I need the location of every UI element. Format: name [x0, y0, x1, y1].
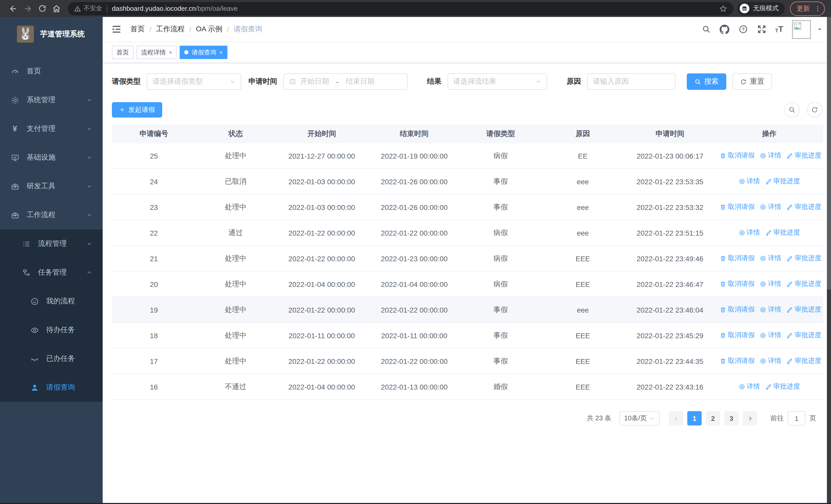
search-button[interactable]: 搜索 — [687, 73, 726, 90]
page-button-3[interactable]: 3 — [724, 411, 739, 425]
incognito-icon — [740, 4, 749, 13]
goto-label: 前往 — [770, 414, 784, 423]
font-size-icon[interactable]: TT — [775, 25, 783, 33]
incognito-label: 无痕模式 — [753, 4, 779, 13]
trash-icon — [720, 306, 726, 313]
page-button-2[interactable]: 2 — [706, 411, 720, 425]
detail-link[interactable]: 详情 — [738, 382, 760, 391]
edit-icon — [786, 332, 793, 339]
svg-text:?: ? — [742, 27, 745, 32]
progress-link[interactable]: 审批进度 — [786, 279, 822, 289]
viewIcon-icon — [760, 332, 767, 339]
breadcrumb-item[interactable]: OA 示例 — [196, 25, 223, 34]
progress-link[interactable]: 审批进度 — [786, 151, 822, 160]
table-cell: 22 — [112, 220, 196, 245]
sidebar-item-已办任务[interactable]: 已办任务 — [0, 345, 103, 373]
apply-time-range-picker[interactable]: 开始日期 - 结束日期 — [283, 73, 407, 90]
show-search-button[interactable] — [784, 102, 800, 118]
sidebar-item-请假查询[interactable]: 请假查询 — [0, 373, 103, 402]
sidebar-item-我的流程[interactable]: 我的流程 — [0, 287, 103, 316]
breadcrumb-item[interactable]: 工作流程 — [156, 25, 185, 34]
browser-menu-icon[interactable] — [814, 5, 821, 12]
page-scrollbar[interactable] — [827, 17, 831, 504]
tab-请假查询[interactable]: 请假查询× — [180, 46, 227, 59]
sidebar-item-支付管理[interactable]: ¥支付管理 — [0, 114, 103, 143]
cancel-leave-link[interactable]: 取消请假 — [720, 279, 755, 289]
close-icon[interactable]: × — [169, 49, 172, 55]
goto-page-input[interactable]: 1 — [788, 411, 805, 425]
tab-首页[interactable]: 首页 — [112, 46, 134, 59]
page-button-1[interactable]: 1 — [687, 411, 701, 425]
sidebar-item-首页[interactable]: 首页 — [0, 57, 103, 86]
detail-link[interactable]: 详情 — [760, 279, 781, 289]
edit-icon — [786, 281, 793, 288]
github-icon[interactable] — [720, 24, 729, 34]
progress-link[interactable]: 审批进度 — [765, 382, 800, 391]
detail-link[interactable]: 详情 — [738, 228, 760, 237]
reason-input[interactable]: 请输入原因 — [587, 73, 676, 90]
help-icon[interactable]: ? — [738, 24, 748, 34]
sidebar-item-工作流程[interactable]: 工作流程 — [0, 201, 103, 230]
sidebar-item-研发工具[interactable]: 研发工具 — [0, 172, 103, 201]
search-icon[interactable] — [701, 24, 711, 34]
sidebar-item-基础设施[interactable]: 基础设施 — [0, 143, 103, 172]
detail-link[interactable]: 详情 — [760, 305, 781, 314]
app-logo-row[interactable]: 🐰 芋道管理系统 — [0, 17, 103, 51]
caret-down-icon[interactable] — [816, 26, 823, 32]
table-cell: 24 — [112, 169, 196, 194]
progress-link[interactable]: 审批进度 — [786, 356, 822, 366]
progress-link[interactable]: 审批进度 — [786, 331, 822, 340]
address-bar[interactable]: 不安全 dashboard.yudao.iocoder.cn/bpm/oa/le… — [68, 2, 734, 15]
reset-button[interactable]: 重置 — [733, 73, 772, 90]
cancel-leave-link[interactable]: 取消请假 — [720, 203, 755, 212]
sidebar-item-任务管理[interactable]: 任务管理 — [0, 258, 103, 287]
cancel-leave-link[interactable]: 取消请假 — [720, 254, 755, 263]
avatar[interactable] — [792, 20, 811, 39]
close-icon[interactable]: × — [220, 49, 223, 55]
back-icon[interactable] — [6, 1, 21, 16]
home-icon[interactable] — [49, 1, 64, 16]
progress-link[interactable]: 审批进度 — [765, 228, 800, 237]
result-select[interactable]: 请选择流结果 — [448, 73, 547, 90]
detail-link[interactable]: 详情 — [738, 177, 760, 186]
next-page-button[interactable] — [743, 411, 757, 425]
progress-link[interactable]: 审批进度 — [786, 254, 822, 263]
table-cell: 2022-01-22 23:43:16 — [625, 374, 715, 399]
table-cell: 23 — [112, 194, 196, 220]
cancel-leave-link[interactable]: 取消请假 — [720, 331, 755, 340]
scrollbar-thumb[interactable] — [827, 17, 831, 290]
viewIcon-icon — [738, 383, 745, 390]
sidebar-item-待办任务[interactable]: 待办任务 — [0, 316, 103, 345]
table-cell: 25 — [112, 143, 196, 169]
forward-icon[interactable] — [21, 1, 35, 16]
cancel-leave-link[interactable]: 取消请假 — [720, 356, 755, 366]
chevron-down-icon — [86, 126, 92, 132]
refresh-table-button[interactable] — [807, 102, 822, 118]
detail-link[interactable]: 详情 — [760, 254, 781, 263]
tab-流程详情[interactable]: 流程详情× — [137, 46, 177, 59]
progress-link[interactable]: 审批进度 — [786, 305, 822, 314]
progress-link[interactable]: 审批进度 — [765, 177, 800, 186]
cancel-leave-link[interactable]: 取消请假 — [720, 151, 755, 160]
hamburger-icon[interactable] — [111, 24, 122, 35]
progress-link[interactable]: 审批进度 — [786, 203, 822, 212]
sidebar-item-流程管理[interactable]: 流程管理 — [0, 230, 103, 258]
reload-icon[interactable] — [35, 1, 49, 16]
sidebar-item-系统管理[interactable]: 系统管理 — [0, 86, 103, 114]
sidebar-menu: 首页系统管理¥支付管理基础设施研发工具工作流程流程管理任务管理我的流程待办任务已… — [0, 57, 103, 402]
prev-page-button[interactable] — [669, 411, 683, 425]
cancel-leave-link[interactable]: 取消请假 — [720, 305, 755, 314]
bookmark-star-icon[interactable] — [719, 4, 727, 12]
detail-link[interactable]: 详情 — [760, 331, 781, 340]
fullscreen-icon[interactable] — [756, 24, 766, 34]
detail-link[interactable]: 详情 — [760, 356, 781, 366]
table-cell: 处理中 — [196, 143, 276, 169]
page-size-select[interactable]: 10条/页 — [620, 411, 660, 425]
breadcrumb-item[interactable]: 首页 — [131, 25, 145, 34]
detail-link[interactable]: 详情 — [760, 203, 781, 212]
table-cell: 18 — [112, 323, 196, 348]
create-leave-button[interactable]: 发起请假 — [112, 102, 162, 118]
update-button[interactable]: 更新 — [790, 1, 825, 16]
detail-link[interactable]: 详情 — [760, 151, 781, 160]
leave-type-select[interactable]: 请选择请假类型 — [147, 73, 241, 90]
